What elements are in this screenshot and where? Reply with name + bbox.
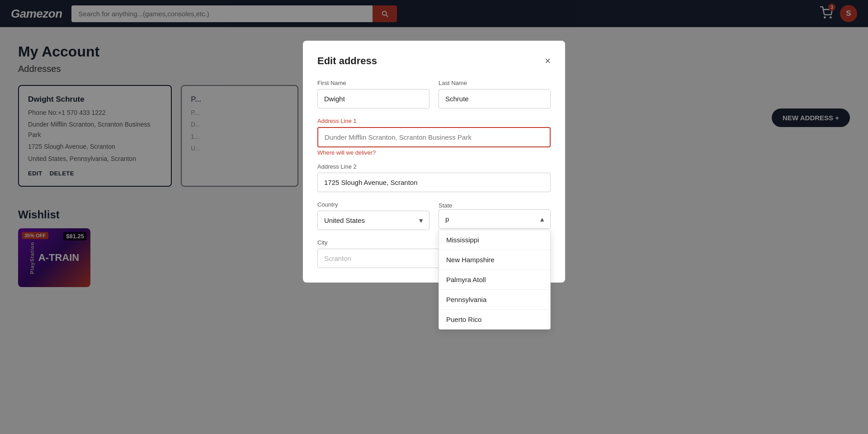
country-select-wrap: United States ▼	[317, 211, 429, 230]
state-input-wrap: ▲	[439, 209, 551, 229]
last-name-group: Last Name	[439, 80, 551, 108]
address1-input[interactable]	[317, 127, 551, 147]
modal-overlay: Edit address × First Name Last Name Addr…	[0, 0, 868, 434]
state-option-puertorico[interactable]: Puerto Rico	[439, 310, 550, 329]
first-name-group: First Name	[317, 80, 429, 108]
state-option-newhampshire[interactable]: New Hampshire	[439, 250, 550, 270]
last-name-label: Last Name	[439, 80, 551, 86]
address1-group: Address Line 1 Where will we deliver?	[317, 118, 551, 156]
country-state-row: Country United States ▼ State ▲ Mississi…	[317, 201, 551, 230]
modal-header: Edit address ×	[317, 55, 551, 67]
country-label: Country	[317, 201, 429, 208]
name-row: First Name Last Name	[317, 80, 551, 108]
address2-group: Address Line 2	[317, 163, 551, 192]
first-name-input[interactable]	[317, 89, 429, 108]
state-input[interactable]	[439, 209, 551, 229]
modal-title: Edit address	[317, 55, 377, 67]
last-name-input[interactable]	[439, 89, 551, 108]
country-select[interactable]: United States	[317, 211, 429, 230]
state-option-pennsylvania[interactable]: Pennsylvania	[439, 290, 550, 310]
modal-close-button[interactable]: ×	[545, 56, 551, 66]
first-name-label: First Name	[317, 80, 429, 86]
state-dropdown: Mississippi New Hampshire Palmyra Atoll …	[439, 230, 551, 330]
address1-label: Address Line 1	[317, 118, 551, 124]
edit-address-modal: Edit address × First Name Last Name Addr…	[303, 41, 565, 283]
address2-label: Address Line 2	[317, 163, 551, 170]
country-group: Country United States ▼	[317, 201, 429, 230]
state-option-mississippi[interactable]: Mississippi	[439, 230, 550, 250]
state-label: State	[439, 202, 452, 209]
state-option-palmyra[interactable]: Palmyra Atoll	[439, 270, 550, 290]
address1-error: Where will we deliver?	[317, 149, 551, 156]
state-group: State ▲ Mississippi New Hampshire Palmyr…	[439, 201, 551, 229]
address2-input[interactable]	[317, 173, 551, 192]
